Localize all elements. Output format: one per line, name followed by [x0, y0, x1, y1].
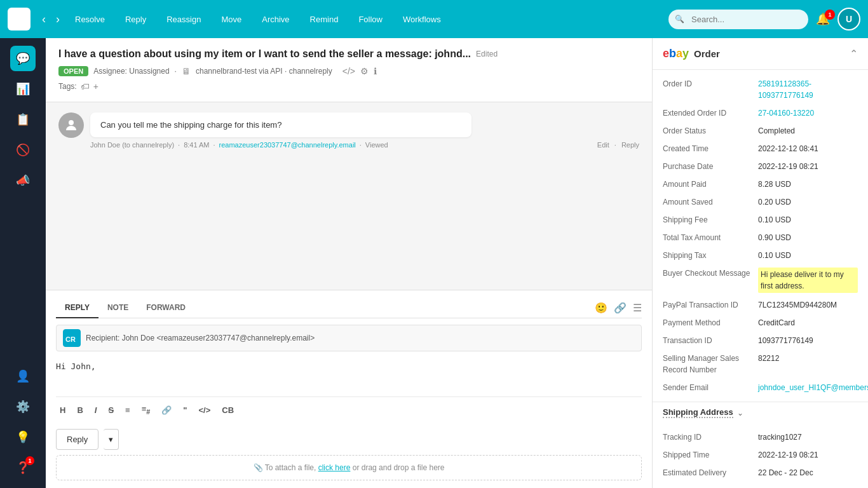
message-bubble: Can you tell me the shipping charge for …: [90, 112, 471, 137]
code-icon: </>: [342, 66, 355, 76]
reply-button[interactable]: Reply: [116, 10, 155, 29]
field-value: Completed: [758, 125, 858, 137]
link-icon[interactable]: 🔗: [614, 302, 627, 314]
reply-send-button[interactable]: Reply: [56, 429, 98, 450]
meta-dot: ·: [175, 67, 177, 76]
ebay-letter-b: b: [669, 47, 676, 60]
tags-row: Tags: 🏷 +: [58, 81, 639, 92]
follow-button[interactable]: Follow: [349, 10, 391, 29]
assignee-text: Assignee: Unassigned: [93, 67, 169, 76]
sidebar-item-chat[interactable]: 💬: [10, 46, 36, 71]
reassign-button[interactable]: Reassign: [158, 10, 210, 29]
order-header-left: ebay Order: [663, 47, 720, 60]
sidebar-item-gear[interactable]: ⚙️: [10, 394, 36, 419]
shipping-address-header[interactable]: Shipping Address ⌄: [653, 402, 868, 423]
collapse-button[interactable]: ⌃: [850, 48, 858, 60]
hyperlink-button[interactable]: 🔗: [158, 403, 175, 417]
reply-footer: Reply ▾: [56, 429, 642, 450]
sidebar-item-book[interactable]: 📋: [10, 107, 36, 132]
attach-icon: 📎: [254, 463, 263, 472]
field-label: Total Tax Amount: [663, 232, 758, 243]
message-text: Can you tell me the shipping charge for …: [100, 120, 281, 130]
resolve-button[interactable]: Resolve: [66, 10, 114, 29]
field-value: 1093771776149: [758, 335, 858, 346]
emoji-icon[interactable]: 🙂: [595, 302, 607, 314]
reply-textarea[interactable]: Hi John,: [56, 356, 642, 395]
field-label: Created Time: [663, 143, 758, 154]
field-value: 0.10 USD: [758, 214, 858, 226]
message-time: 8:41 AM: [184, 141, 209, 149]
order-row: Tracking ID tracking1027: [653, 428, 868, 446]
conversation-meta: OPEN Assignee: Unassigned · 🖥 channelbra…: [58, 66, 639, 76]
message-item: Can you tell me the shipping charge for …: [58, 112, 639, 149]
ordered-list-button[interactable]: ≡#: [138, 402, 154, 417]
attach-link[interactable]: click here: [318, 463, 351, 472]
title-text: I have a question about using my item or…: [58, 48, 471, 60]
code-button[interactable]: </>: [194, 403, 214, 417]
archive-button[interactable]: Archive: [253, 10, 298, 29]
reply-dropdown-button[interactable]: ▾: [104, 429, 119, 450]
field-value-highlight: Hi please deliver it to my first address…: [758, 268, 858, 293]
editor-icon-group: 🙂 🔗 ☰: [595, 302, 642, 314]
field-label: Purchase Date: [663, 161, 758, 172]
field-value[interactable]: 258191128365-1093771776149: [758, 78, 858, 101]
sidebar-item-megaphone[interactable]: 📣: [10, 168, 36, 193]
tab-forward[interactable]: FORWARD: [137, 298, 194, 318]
order-row: Amount Paid 8.28 USD: [653, 175, 868, 193]
tracking-fields: Tracking ID tracking1027 Shipped Time 20…: [653, 423, 868, 487]
template-icon[interactable]: ☰: [633, 302, 642, 314]
edit-link[interactable]: Edit: [597, 141, 609, 149]
sidebar-item-chart[interactable]: 📊: [10, 76, 36, 102]
app-logo: [8, 8, 31, 30]
info-icon[interactable]: ℹ: [374, 66, 377, 76]
blockquote-button[interactable]: ": [179, 403, 191, 417]
workflows-button[interactable]: Workflows: [394, 10, 450, 29]
bold-button[interactable]: B: [73, 403, 86, 417]
sidebar-item-help[interactable]: ❓ 1: [10, 455, 36, 480]
message-dot3: ·: [360, 141, 362, 149]
order-row: Order ID 258191128365-1093771776149: [653, 75, 868, 104]
tag-add-button[interactable]: +: [93, 81, 98, 92]
field-value: 82212: [758, 353, 858, 376]
sender-name: John Doe (to channelreply): [90, 141, 174, 149]
field-label: Payment Method: [663, 317, 758, 329]
nav-forward-button[interactable]: ›: [52, 10, 64, 29]
field-value[interactable]: 27-04160-13220: [758, 107, 858, 119]
avatar[interactable]: U: [837, 8, 860, 30]
search-input[interactable]: [668, 10, 808, 29]
nav-back-button[interactable]: ‹: [38, 10, 50, 29]
edited-label: Edited: [476, 50, 498, 58]
ebay-letter-a: a: [676, 47, 682, 60]
filter-icon[interactable]: ⚙: [360, 66, 369, 76]
messages-area: Can you tell me the shipping charge for …: [46, 102, 652, 290]
cb-button[interactable]: CB: [218, 403, 238, 417]
tab-note[interactable]: NOTE: [98, 298, 137, 318]
tab-reply[interactable]: REPLY: [56, 298, 98, 318]
heading-button[interactable]: H: [56, 403, 69, 417]
unordered-list-button[interactable]: ≡: [121, 403, 134, 417]
notifications-button[interactable]: 🔔 1: [811, 10, 835, 29]
tag-icon: 🏷: [81, 81, 90, 92]
field-label: PayPal Transaction ID: [663, 299, 758, 311]
sidebar-item-ban[interactable]: 🚫: [10, 137, 36, 163]
message-actions: Edit · Reply: [597, 141, 639, 149]
reply-area: REPLY NOTE FORWARD 🙂 🔗 ☰ CR Recipient: J…: [46, 290, 652, 488]
sidebar-item-person[interactable]: 👤: [10, 363, 36, 389]
move-button[interactable]: Move: [212, 10, 250, 29]
field-value: 2022-12-19 08:21: [758, 449, 858, 461]
sidebar-item-bulb[interactable]: 💡: [10, 424, 36, 450]
order-row: Sender Email johndoe_user_HI1QF@members.…: [653, 379, 868, 396]
remind-button[interactable]: Remind: [301, 10, 348, 29]
reply-link[interactable]: Reply: [621, 141, 639, 149]
order-row: Order Status Completed: [653, 122, 868, 140]
order-row: Payment Method CreditCard: [653, 314, 868, 332]
order-row: Shipping Fee 0.10 USD: [653, 211, 868, 229]
channelreply-logo: CR: [63, 329, 81, 347]
strikethrough-button[interactable]: S: [104, 403, 118, 417]
field-value-email[interactable]: johndoe_user_HI1QF@members.ebay.com: [758, 382, 868, 393]
field-label: Shipping Fee: [663, 214, 758, 226]
message-email[interactable]: reamazeuser23037747@channelreply.email: [219, 141, 356, 149]
italic-button[interactable]: I: [91, 403, 101, 417]
attach-zone: 📎 To attach a file, click here or drag a…: [56, 455, 642, 480]
field-label: Transaction ID: [663, 335, 758, 346]
